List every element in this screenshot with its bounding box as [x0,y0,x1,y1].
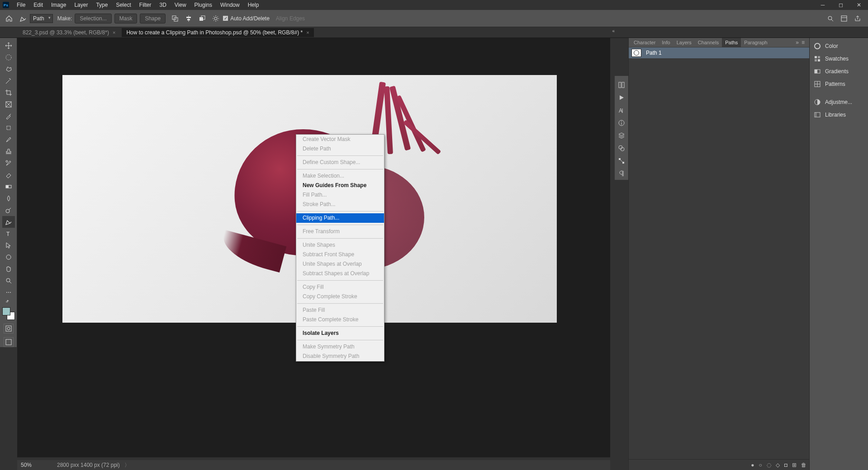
maximize-button[interactable]: ◻ [832,0,850,10]
panel-swatches[interactable]: Swatches [810,52,868,65]
tab-info[interactable]: Info [659,38,673,47]
menu-item-new-guides-from-shape[interactable]: New Guides From Shape [296,181,384,190]
gear-icon[interactable] [210,13,221,24]
menu-item-copy-complete-stroke[interactable]: Copy Complete Stroke [296,292,384,301]
delete-path-icon[interactable]: 🗑 [801,462,806,468]
zoom-level[interactable]: 50% [21,462,48,468]
menu-plugins[interactable]: Plugins [190,2,216,8]
workspace-icon[interactable] [839,13,849,24]
panel-gradients[interactable]: Gradients [810,65,868,78]
quick-mask-toggle[interactable] [4,324,14,334]
menu-item-fill-path[interactable]: Fill Path... [296,190,384,200]
share-icon[interactable] [852,13,863,24]
path-item[interactable]: Path 1 [629,47,809,58]
gradient-tool[interactable] [2,181,15,193]
history-brush-tool[interactable] [2,157,15,169]
menu-item-clipping-path[interactable]: Clipping Path... [296,213,384,223]
info-panel-icon[interactable] [617,118,626,128]
panel-adjustments[interactable]: Adjustme... [810,96,868,108]
path-alignment-icon[interactable] [183,13,194,24]
stamp-tool[interactable] [2,146,15,157]
tab-channels[interactable]: Channels [695,38,722,47]
paths-panel-icon[interactable] [617,156,626,166]
paragraph-panel-icon[interactable] [617,169,626,179]
type-tool[interactable]: T [2,228,15,240]
menu-item-define-custom-shape[interactable]: Define Custom Shape... [296,158,384,167]
more-tools-icon[interactable]: ⋯ [2,287,15,298]
collapse-panel-icon[interactable]: « [612,28,615,33]
close-button[interactable]: ✕ [850,0,868,10]
path-operations-icon[interactable] [170,13,180,24]
home-button[interactable] [4,13,14,24]
menu-view[interactable]: View [171,2,190,8]
minimize-button[interactable]: ─ [814,0,832,10]
fill-path-icon[interactable]: ● [751,462,754,468]
shape-tool[interactable] [2,251,15,263]
menu-item-create-vector-mask[interactable]: Create Vector Mask [296,135,384,144]
layers-panel-icon[interactable] [617,131,626,141]
channels-panel-icon[interactable] [617,143,626,153]
menu-item-subtract-shapes-overlap[interactable]: Subtract Shapes at Overlap [296,269,384,278]
menu-item-disable-symmetry-path[interactable]: Disable Symmetry Path [296,352,384,361]
new-path-icon[interactable]: ⊞ [792,462,797,468]
menu-layer[interactable]: Layer [70,2,92,8]
menu-help[interactable]: Help [244,2,263,8]
eyedropper-tool[interactable] [2,110,15,122]
document-tab[interactable]: 822_3.psd @ 33.3% (beet, RGB/8*) × [18,28,120,37]
wand-tool[interactable] [2,75,15,87]
menu-image[interactable]: Image [47,2,70,8]
dodge-tool[interactable] [2,204,15,216]
add-mask-icon[interactable]: ◘ [784,462,787,468]
panel-patterns[interactable]: Patterns [810,78,868,90]
color-swatches[interactable] [2,307,15,320]
load-selection-icon[interactable]: ◌ [767,462,771,468]
menu-filter[interactable]: Filter [135,2,156,8]
path-arrangement-icon[interactable] [197,13,208,24]
panel-libraries[interactable]: Libraries [810,108,868,121]
make-mask-button[interactable]: Mask [114,14,138,24]
close-tab-icon[interactable]: × [113,30,115,35]
make-selection-button[interactable]: Selection... [75,14,111,24]
pen-tool[interactable] [2,216,15,228]
menu-select[interactable]: Select [112,2,135,8]
menu-item-delete-path[interactable]: Delete Path [296,144,384,154]
menu-window[interactable]: Window [216,2,244,8]
docinfo-chevron-icon[interactable]: 〉 [124,461,130,469]
eraser-tool[interactable] [2,169,15,181]
properties-panel-icon[interactable] [617,80,626,90]
tool-mode-dropdown[interactable]: Path [30,14,53,23]
zoom-tool[interactable] [2,275,15,287]
screen-mode-toggle[interactable] [4,337,14,347]
brush-tool[interactable] [2,134,15,146]
document-tab[interactable]: How to create a Clipping Path in Photosh… [122,28,313,37]
menu-item-paste-complete-stroke[interactable]: Paste Complete Stroke [296,315,384,324]
move-tool[interactable] [2,40,15,52]
healing-tool[interactable] [2,122,15,134]
tab-paragraph[interactable]: Paragraph [741,38,770,47]
auto-add-delete-checkbox[interactable] [223,15,228,21]
blur-tool[interactable] [2,193,15,204]
path-select-tool[interactable] [2,240,15,251]
paths-list[interactable]: Path 1 [629,47,809,459]
menu-item-free-transform[interactable]: Free Transform [296,227,384,236]
search-icon[interactable] [825,13,836,24]
character-panel-icon[interactable]: A [617,105,626,115]
crop-tool[interactable] [2,87,15,99]
tab-character[interactable]: Character [631,38,659,47]
pen-tool-icon[interactable] [18,14,28,23]
lasso-tool[interactable] [2,63,15,75]
stroke-path-icon[interactable]: ○ [759,462,762,468]
make-shape-button[interactable]: Shape [140,14,166,24]
menu-item-make-selection[interactable]: Make Selection... [296,171,384,181]
menu-item-subtract-front-shape[interactable]: Subtract Front Shape [296,250,384,259]
menu-item-stroke-path[interactable]: Stroke Path... [296,200,384,209]
menu-item-unite-shapes-overlap[interactable]: Unite Shapes at Overlap [296,259,384,269]
panel-flyout-menu[interactable]: »≡ [793,39,807,46]
frame-tool[interactable] [2,99,15,110]
foreground-color-swatch[interactable] [2,307,10,315]
actions-panel-icon[interactable] [617,93,626,103]
menu-type[interactable]: Type [92,2,112,8]
make-work-path-icon[interactable]: ◇ [776,462,780,468]
panel-color[interactable]: Color [810,40,868,52]
menu-file[interactable]: File [13,2,29,8]
